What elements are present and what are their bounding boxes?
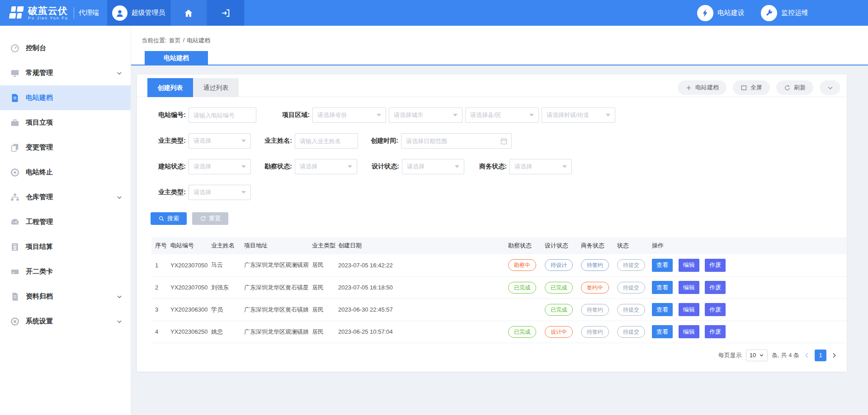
filter-buttons: 搜索 重置	[151, 212, 847, 225]
design-status-badge: 待设计	[545, 259, 573, 271]
nav-monitor-ops[interactable]: 监控运维	[761, 5, 808, 21]
filter-row-2: 业主类型: 请选择 业主姓名: 创建时间:	[151, 133, 847, 149]
home-button[interactable]	[170, 0, 207, 26]
calculator-icon	[10, 242, 20, 252]
breadcrumb-current: 电站建档	[187, 37, 210, 45]
sidebar-item-system-settings[interactable]: 系统设置	[0, 309, 131, 334]
chevron-down-icon	[116, 70, 123, 76]
header-spacer	[244, 0, 697, 26]
nav-station-build[interactable]: 电站建设	[697, 5, 745, 21]
town-select-value: 请选择村镇/街道	[547, 111, 590, 119]
station-no-input[interactable]	[189, 107, 256, 123]
edit-button[interactable]: 编辑	[679, 281, 699, 294]
caret-down-icon	[606, 114, 610, 117]
sidebar-item-station-terminate[interactable]: 电站终止	[0, 160, 131, 185]
survey-status-select-value: 请选择	[300, 163, 317, 171]
sidebar-item-engineering-mgmt[interactable]: 工程管理	[0, 210, 131, 234]
collapse-toolbar-button[interactable]	[820, 80, 840, 95]
chevron-left-icon	[803, 352, 811, 359]
build-status-label: 建站状态:	[151, 163, 186, 171]
owner-type-select[interactable]: 请选择	[189, 133, 251, 149]
owner-name-input[interactable]	[295, 133, 358, 149]
sidebar-item-label: 开二类卡	[26, 267, 53, 276]
reset-button[interactable]: 重置	[192, 212, 228, 225]
build-status-select[interactable]: 请选择	[189, 159, 251, 174]
sidebar-item-open-card[interactable]: 开二类卡	[0, 259, 131, 284]
user-menu[interactable]: 超级管理员	[107, 0, 170, 26]
prev-page-button[interactable]	[803, 352, 811, 359]
filter-row-1: 电站编号: 项目区域: 请选择省份 请选择城市 请选择县/区 请选择村镇/街道	[151, 107, 847, 123]
main-area: 当前位置: 首页 / 电站建档 电站建档 创建列表 通过列表 电站建档	[131, 26, 868, 415]
edit-button[interactable]: 编辑	[679, 303, 699, 316]
void-button[interactable]: 作废	[705, 325, 726, 338]
create-time-input[interactable]	[401, 134, 511, 148]
void-button[interactable]: 作废	[705, 281, 726, 294]
chevron-down-icon	[116, 318, 123, 325]
cell-no: 2	[151, 276, 167, 298]
sidebar-item-general-mgmt[interactable]: 常规管理	[0, 61, 131, 85]
edit-button[interactable]: 编辑	[679, 259, 699, 272]
cell-no: 3	[151, 298, 167, 321]
col-survey-status: 勘察状态	[505, 237, 541, 254]
sidebar-item-station-archive[interactable]: 电站建档	[0, 85, 131, 110]
county-select[interactable]: 请选择县/区	[465, 107, 539, 123]
sidebar-item-warehouse-mgmt[interactable]: 仓库管理	[0, 185, 131, 210]
tab-pass-list[interactable]: 通过列表	[193, 78, 239, 97]
create-time-range-picker[interactable]	[401, 133, 512, 149]
view-button[interactable]: 查看	[652, 281, 673, 294]
business-status-select[interactable]: 请选择	[509, 159, 572, 174]
survey-status-select[interactable]: 请选择	[295, 159, 357, 174]
col-owner-type: 业主类型	[308, 237, 335, 254]
tab-create-list[interactable]: 创建列表	[147, 78, 193, 97]
fullscreen-button[interactable]: 全屏	[733, 80, 770, 95]
owner-type2-select-value: 请选择	[193, 188, 211, 196]
city-select[interactable]: 请选择城市	[389, 107, 462, 123]
void-button[interactable]: 作废	[705, 303, 726, 316]
sidebar-item-label: 系统设置	[26, 317, 53, 326]
view-button[interactable]: 查看	[652, 325, 673, 338]
refresh-button[interactable]: 刷新	[776, 80, 813, 95]
cell-no: 4	[151, 321, 167, 343]
wrench-icon	[761, 5, 777, 21]
sidebar-item-project-settlement[interactable]: 项目结算	[0, 234, 131, 259]
calendar-icon	[500, 137, 508, 145]
breadcrumb-separator: /	[183, 37, 185, 45]
cell-owner-name: 姚忠	[208, 321, 241, 343]
search-label: 搜索	[167, 214, 179, 223]
brand-text: 破茧云伏 Po Jian Yun Fu	[28, 6, 68, 20]
sidebar-item-console[interactable]: 控制台	[0, 36, 131, 61]
void-button[interactable]: 作废	[705, 259, 726, 272]
filter-form: 电站编号: 项目区域: 请选择省份 请选择城市 请选择县/区 请选择村镇/街道	[137, 97, 847, 200]
per-page-select[interactable]: 10	[746, 350, 768, 361]
edit-button[interactable]: 编辑	[679, 325, 699, 338]
target-icon	[10, 168, 20, 177]
page-tab-station-archive[interactable]: 电站建档	[145, 51, 208, 65]
next-page-button[interactable]	[830, 352, 838, 359]
sidebar-item-data-archive[interactable]: 资料归档	[0, 284, 131, 309]
col-no: 序号	[151, 237, 167, 254]
design-status-select[interactable]: 请选择	[402, 159, 464, 174]
breadcrumb-home-link[interactable]: 首页	[169, 37, 181, 45]
sidebar-item-change-mgmt[interactable]: 变更管理	[0, 135, 131, 160]
survey-status-label: 勘察状态:	[257, 163, 292, 171]
survey-status-badge: 已完成	[508, 326, 536, 338]
sidebar-item-project-initiation[interactable]: 项目立项	[0, 110, 131, 135]
pagination: 每页显示 10 条, 共 4 条 1	[137, 350, 838, 361]
view-button[interactable]: 查看	[652, 259, 673, 272]
county-select-value: 请选择县/区	[470, 111, 501, 119]
search-button[interactable]: 搜索	[151, 212, 187, 225]
cell-address: 广东深圳龙华区黄石镇姚家庄...	[241, 298, 308, 321]
sidebar-item-label: 项目立项	[26, 118, 53, 127]
page-number-button[interactable]: 1	[815, 350, 826, 361]
gauge-icon	[10, 217, 20, 227]
logout-button[interactable]	[207, 0, 244, 26]
province-select[interactable]: 请选择省份	[312, 107, 386, 123]
view-button[interactable]: 查看	[652, 303, 673, 316]
table-row: 1 YX2023070500011 马云 广东深圳龙华区观澜镇观湖路... 居民…	[151, 254, 847, 276]
create-station-button[interactable]: 电站建档	[678, 80, 726, 95]
brand: 破茧云伏 Po Jian Yun Fu 代理端	[0, 0, 107, 26]
sidebar-item-label: 电站建档	[26, 93, 53, 102]
owner-type2-select[interactable]: 请选择	[189, 185, 251, 200]
town-select[interactable]: 请选择村镇/街道	[542, 107, 615, 123]
survey-status-badge: 已完成	[508, 282, 536, 294]
